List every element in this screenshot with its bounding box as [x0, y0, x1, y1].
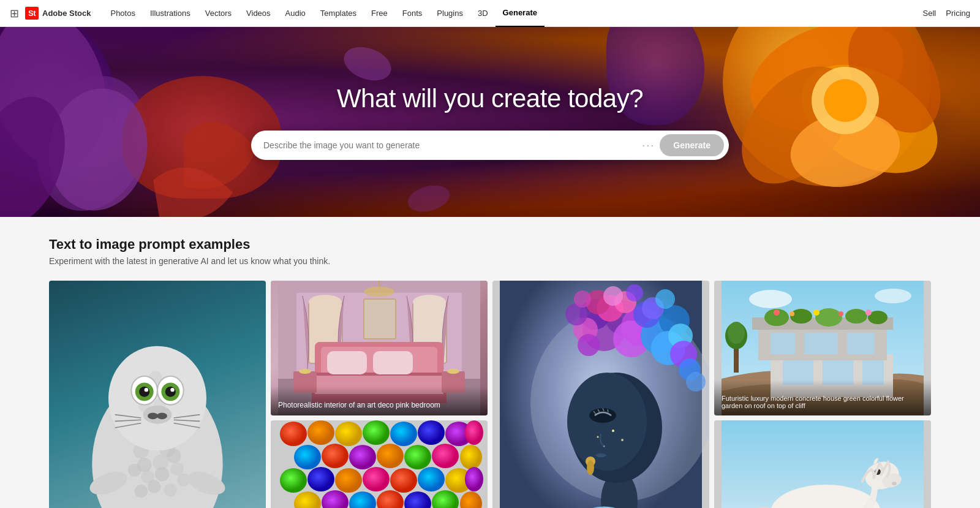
- svg-point-109: [460, 491, 482, 508]
- image-card-woman[interactable]: [492, 281, 709, 508]
- svg-point-20: [155, 467, 169, 481]
- house-caption: Futuristic luxury modern concrete house …: [714, 380, 931, 415]
- svg-point-183: [839, 311, 843, 316]
- nav-templates[interactable]: Templates: [313, 0, 364, 27]
- column-4: Futuristic luxury modern concrete house …: [714, 281, 931, 508]
- nav-free[interactable]: Free: [364, 0, 395, 27]
- svg-point-146: [626, 284, 643, 301]
- svg-point-78: [299, 369, 311, 374]
- svg-point-25: [164, 483, 177, 496]
- svg-point-100: [418, 467, 445, 491]
- svg-rect-173: [804, 333, 838, 354]
- nav-3d[interactable]: 3D: [470, 0, 496, 27]
- generate-button[interactable]: Generate: [660, 134, 724, 156]
- nav-plugins[interactable]: Plugins: [429, 0, 470, 27]
- svg-point-103: [294, 491, 321, 508]
- nav-videos[interactable]: Videos: [239, 0, 278, 27]
- svg-point-188: [749, 290, 792, 308]
- svg-point-145: [603, 286, 623, 306]
- svg-point-47: [148, 412, 158, 419]
- svg-point-89: [322, 444, 349, 468]
- svg-point-97: [335, 468, 362, 493]
- image-card-horse[interactable]: [714, 420, 931, 508]
- svg-point-96: [307, 467, 334, 491]
- main-content: Text to image prompt examples Experiment…: [24, 217, 956, 508]
- svg-rect-174: [847, 333, 875, 354]
- svg-point-99: [390, 468, 417, 493]
- options-icon[interactable]: ···: [642, 139, 655, 152]
- svg-point-95: [280, 468, 307, 493]
- svg-point-90: [349, 445, 376, 469]
- svg-point-94: [460, 445, 482, 469]
- nav-generate[interactable]: Generate: [496, 0, 545, 27]
- horse-illustration: [714, 420, 931, 508]
- column-2: Photorealistic interior of an art deco p…: [271, 281, 488, 508]
- svg-point-48: [157, 412, 167, 419]
- svg-rect-73: [327, 351, 367, 374]
- svg-point-91: [377, 444, 404, 468]
- image-card-bedroom[interactable]: Photorealistic interior of an art deco p…: [271, 281, 488, 415]
- image-card-seal[interactable]: [49, 281, 266, 508]
- svg-point-93: [432, 444, 459, 468]
- svg-point-10: [339, 41, 396, 86]
- svg-point-149: [578, 334, 600, 356]
- nav-vectors[interactable]: Vectors: [198, 0, 239, 27]
- svg-rect-67: [364, 299, 396, 339]
- svg-point-147: [655, 289, 675, 309]
- hero-title: What will you create today?: [337, 84, 643, 113]
- generate-search-input[interactable]: [263, 140, 642, 150]
- image-card-house[interactable]: Futuristic luxury modern concrete house …: [714, 281, 931, 415]
- svg-point-87: [465, 420, 483, 445]
- bedroom-caption: Photorealistic interior of an art deco p…: [271, 386, 488, 415]
- svg-point-18: [167, 449, 181, 463]
- svg-point-164: [587, 460, 594, 475]
- svg-point-81: [307, 420, 334, 445]
- svg-point-150: [686, 372, 706, 392]
- hero-section: What will you create today? ··· Generate: [0, 27, 980, 217]
- grid-menu-icon[interactable]: ⊞: [10, 7, 19, 20]
- svg-point-161: [621, 439, 624, 441]
- svg-point-88: [294, 445, 321, 469]
- hero-search-bar: ··· Generate: [251, 131, 729, 160]
- svg-point-41: [165, 387, 176, 397]
- hero-content: What will you create today? ··· Generate: [0, 84, 980, 160]
- svg-point-98: [363, 467, 390, 491]
- svg-point-177: [815, 308, 842, 327]
- svg-point-21: [170, 463, 183, 476]
- svg-point-187: [728, 322, 745, 344]
- svg-point-159: [612, 430, 614, 432]
- svg-point-108: [432, 490, 459, 508]
- svg-point-82: [335, 422, 362, 446]
- svg-point-105: [349, 491, 376, 508]
- svg-point-43: [170, 388, 174, 392]
- svg-point-79: [447, 369, 459, 374]
- svg-point-154: [589, 408, 616, 423]
- svg-point-24: [148, 480, 160, 493]
- svg-rect-74: [373, 351, 413, 374]
- svg-point-80: [280, 422, 307, 446]
- nav-right: Sell Pricing: [923, 9, 970, 18]
- sell-link[interactable]: Sell: [923, 9, 937, 18]
- svg-point-63: [309, 295, 342, 309]
- svg-point-40: [139, 387, 149, 397]
- nav-illustrations[interactable]: Illustrations: [143, 0, 198, 27]
- svg-point-66: [413, 295, 446, 309]
- svg-line-158: [608, 409, 608, 412]
- woman-illustration: [492, 281, 709, 508]
- nav-audio[interactable]: Audio: [278, 0, 313, 27]
- logo-abbr: St: [25, 7, 39, 20]
- svg-point-85: [418, 420, 445, 445]
- section-subtitle: Experiment with the latest in generative…: [49, 256, 931, 266]
- svg-point-180: [774, 309, 780, 316]
- svg-point-102: [465, 467, 483, 491]
- nav-fonts[interactable]: Fonts: [395, 0, 430, 27]
- svg-point-84: [390, 422, 417, 446]
- svg-point-189: [875, 289, 911, 303]
- svg-point-106: [377, 490, 404, 508]
- pricing-link[interactable]: Pricing: [946, 9, 970, 18]
- svg-point-182: [813, 309, 820, 316]
- nav-photos[interactable]: Photos: [103, 0, 142, 27]
- image-card-texture[interactable]: [271, 420, 488, 508]
- svg-point-204: [892, 482, 897, 485]
- adobe-stock-logo[interactable]: St Adobe Stock: [25, 7, 91, 20]
